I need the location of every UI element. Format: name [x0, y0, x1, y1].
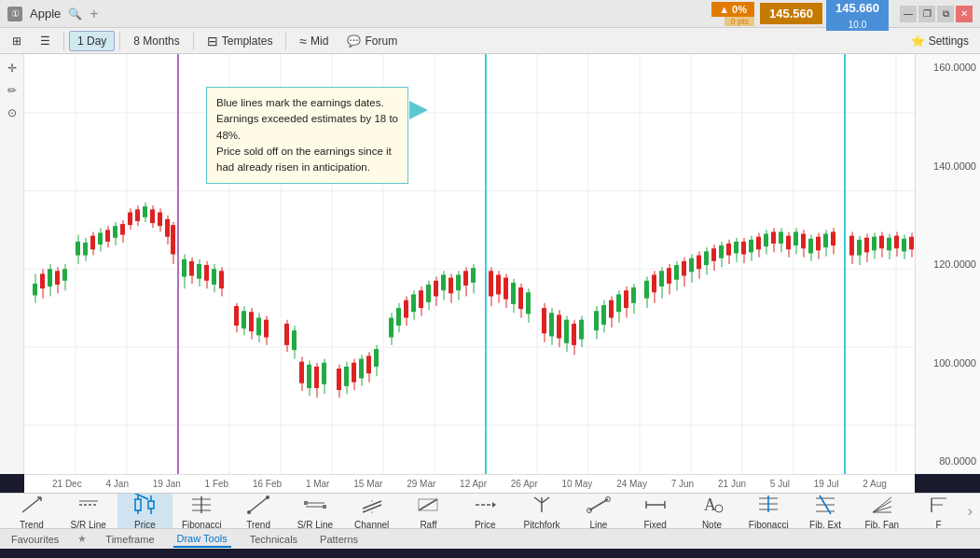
settings-button[interactable]: ⭐ Settings: [904, 35, 976, 48]
svg-rect-262: [323, 505, 326, 509]
svg-rect-104: [359, 359, 364, 379]
channel-icon: [359, 494, 385, 518]
tools-scroll-right[interactable]: ›: [968, 503, 973, 520]
fixed-icon: [642, 494, 669, 518]
svg-line-240: [22, 497, 41, 512]
svg-rect-170: [644, 281, 649, 299]
svg-rect-249: [148, 501, 154, 509]
templates-button[interactable]: ⊟ Templates: [199, 31, 282, 51]
srline-icon-1: [76, 494, 102, 518]
tool-fibfan[interactable]: Fib. Fan: [854, 494, 910, 528]
fib-icon-1: [188, 494, 214, 518]
timeframe-button[interactable]: 1 Day: [69, 31, 115, 51]
price-level-140: 140.0000: [919, 160, 976, 172]
date-label-12: 7 Jun: [671, 479, 694, 489]
tool-price2[interactable]: Price: [457, 494, 513, 528]
nav-star[interactable]: ★: [77, 533, 87, 545]
tool-price1[interactable]: Price: [117, 494, 173, 528]
svg-rect-182: [689, 258, 694, 272]
date-axis: 21 Dec 4 Jan 19 Jan 1 Feb 16 Feb 1 Mar 1…: [24, 474, 915, 493]
minimize-button[interactable]: —: [900, 6, 917, 22]
main-toolbar: ⊞ ☰ 1 Day 8 Months ⊟ Templates ≈ Mid 💬 F…: [0, 28, 980, 54]
layout-button[interactable]: ☰: [32, 31, 59, 51]
nav-timeframe[interactable]: Timeframe: [102, 532, 158, 547]
tool-f[interactable]: F: [911, 494, 967, 528]
svg-rect-82: [256, 318, 261, 336]
svg-rect-92: [307, 365, 311, 388]
chart-container: ✛ ✏ ⊙ Blue lines mark the earnings dates…: [0, 54, 980, 474]
candle-group-apr26: [489, 267, 531, 323]
raff-icon: [415, 494, 441, 518]
mid-label: Mid: [311, 35, 328, 48]
magnet-tool[interactable]: ⊙: [2, 103, 22, 123]
candle-group-feb: [182, 255, 224, 297]
separator-4: [285, 32, 286, 50]
srline-icon-2: [302, 494, 328, 518]
candle-group-feb16: [234, 303, 269, 345]
svg-rect-206: [779, 231, 783, 244]
tab-add-icon[interactable]: +: [90, 6, 98, 22]
date-label-1: 4 Jan: [105, 479, 128, 489]
search-icon[interactable]: 🔍: [68, 7, 82, 21]
tool-raff[interactable]: Raff: [401, 494, 457, 528]
tool-trend2[interactable]: Trend: [230, 494, 286, 528]
tool-fib2[interactable]: Fibonacci: [740, 494, 796, 528]
tool-fixed[interactable]: Fixed: [628, 494, 683, 528]
svg-rect-102: [352, 363, 356, 383]
tool-note[interactable]: A Note: [684, 494, 740, 528]
tool-fibonacci1[interactable]: Fibonacci: [173, 494, 229, 528]
svg-rect-200: [756, 237, 761, 250]
tool-channel[interactable]: Channel: [344, 494, 400, 528]
nav-drawtools[interactable]: Draw Tools: [173, 531, 231, 548]
svg-rect-58: [158, 213, 162, 227]
date-label-0: 21 Dec: [52, 479, 82, 489]
svg-rect-261: [304, 501, 308, 505]
price-level-120: 120.0000: [919, 258, 976, 270]
candle-group-jun: [594, 284, 636, 340]
svg-rect-220: [831, 231, 835, 245]
svg-text:A: A: [704, 495, 716, 514]
tool-fibext[interactable]: Fib. Ext: [797, 494, 853, 528]
svg-rect-222: [849, 236, 854, 256]
svg-rect-160: [601, 305, 606, 325]
tool-srline2[interactable]: S/R Line: [287, 494, 343, 528]
tool-line[interactable]: Line: [571, 494, 627, 528]
svg-rect-172: [652, 275, 656, 293]
chart-area[interactable]: Blue lines mark the earnings dates. Earn…: [24, 54, 915, 474]
candle-group-aug: [849, 231, 914, 265]
grid-button[interactable]: ⊞: [4, 31, 30, 51]
svg-rect-86: [284, 324, 289, 345]
svg-rect-212: [801, 234, 806, 249]
tool-trend1-label: Trend: [20, 520, 44, 528]
svg-rect-108: [374, 349, 379, 367]
svg-rect-214: [808, 239, 813, 254]
forum-button[interactable]: 💬 Forum: [338, 31, 406, 51]
svg-rect-136: [496, 275, 501, 295]
draw-tool[interactable]: ✏: [2, 80, 22, 101]
tool-raff-label: Raff: [420, 520, 436, 528]
close-button[interactable]: ✕: [956, 6, 973, 22]
tool-pitchfork[interactable]: Pitchfork: [514, 494, 570, 528]
svg-rect-106: [366, 356, 371, 373]
date-label-6: 15 Mar: [353, 479, 382, 489]
price-chart[interactable]: [24, 54, 915, 474]
tool-trend1[interactable]: Trend: [4, 494, 60, 528]
svg-rect-152: [564, 320, 569, 343]
svg-rect-154: [572, 324, 576, 345]
nav-technicals[interactable]: Technicals: [246, 532, 301, 547]
maximize-button[interactable]: ❐: [918, 6, 935, 22]
tool-line-label: Line: [589, 520, 607, 528]
nav-favourites[interactable]: Favourites: [7, 532, 62, 547]
tool-srline1[interactable]: S/R Line: [61, 494, 117, 528]
svg-rect-48: [120, 224, 125, 235]
nav-patterns[interactable]: Patterns: [316, 532, 362, 547]
price-icon-1: [131, 494, 158, 518]
mid-button[interactable]: ≈ Mid: [291, 31, 337, 51]
months-button[interactable]: 8 Months: [125, 31, 187, 51]
restore-button[interactable]: ⧉: [937, 6, 954, 22]
trend-icon-1: [19, 494, 45, 518]
svg-rect-118: [419, 290, 423, 308]
candle-group-mar1: [284, 320, 326, 398]
crosshair-tool[interactable]: ✛: [2, 58, 22, 78]
svg-rect-116: [411, 294, 416, 312]
